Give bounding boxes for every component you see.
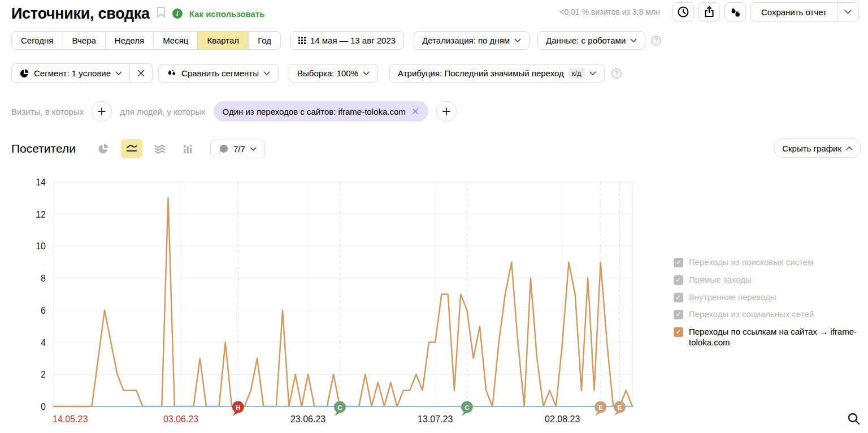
x-axis-label: 23.06.23 <box>290 414 326 424</box>
filter-bar: Визиты, в которых для людей, у которых О… <box>11 101 457 122</box>
segment-dropdown[interactable]: Сегмент: 1 условие <box>12 64 129 83</box>
x-axis-label: 13.07.23 <box>418 414 453 424</box>
attribution-dropdown[interactable]: Атрибуция: Последний значимый переход к/… <box>389 64 605 83</box>
segment-label: Сегмент: 1 условие <box>34 68 111 78</box>
line-chart-icon <box>125 142 138 155</box>
legend-item[interactable]: ✓Переходы по ссылкам на сайтах → iframe-… <box>674 327 866 348</box>
detalization-dropdown[interactable]: Детализация: по дням <box>414 31 530 50</box>
sampling-label: Выборка: 100% <box>297 68 358 78</box>
chart-type-areas-button[interactable] <box>149 139 171 158</box>
chart-type-line-button[interactable] <box>121 139 142 158</box>
calendar-grid-icon <box>298 37 306 44</box>
chart-type-bars-button[interactable] <box>177 139 199 158</box>
save-report-button: Сохранить отчет <box>750 2 859 21</box>
period-tab-3[interactable]: Неделя <box>105 31 154 50</box>
add-visit-condition-button[interactable] <box>92 101 112 122</box>
legend-item[interactable]: ✓Внутренние переходы <box>674 292 866 303</box>
save-report-menu[interactable] <box>837 3 858 21</box>
attribution-label: Атрибуция: Последний значимый переход <box>398 68 564 78</box>
compare-segments-dropdown[interactable]: Сравнить сегменты <box>158 64 279 83</box>
data-mode-label: Данные: с роботами <box>546 36 626 45</box>
sampling-dropdown[interactable]: Выборка: 100% <box>289 64 378 83</box>
legend-item[interactable]: ✓Прямые заходы <box>674 275 866 285</box>
chart-legend: ✓Переходы из поисковых систем✓Прямые зах… <box>674 257 866 348</box>
chevron-down-icon <box>630 38 637 42</box>
export-button[interactable] <box>698 2 720 21</box>
bar-chart-icon <box>182 142 194 155</box>
chevron-down-icon <box>844 10 852 14</box>
page-title: Источники, сводка <box>11 5 150 23</box>
x-axis-label: 02.08.23 <box>545 414 580 424</box>
checkbox-icon[interactable]: ✓ <box>674 327 683 337</box>
y-axis-label: 2 <box>41 370 46 379</box>
filter-chip[interactable]: Один из переходов с сайтов: iframe-tolok… <box>214 101 428 122</box>
detalization-label: Детализация: по дням <box>422 36 510 45</box>
goals-counter: 7/7 <box>233 144 245 154</box>
plot-border <box>54 182 632 406</box>
goals-dropdown[interactable]: 7/7 <box>210 140 265 158</box>
data-mode-dropdown[interactable]: Данные: с роботами <box>537 31 645 50</box>
pie-chart-icon <box>97 142 110 155</box>
date-range-label: 14 мая — 13 авг 2023 <box>310 36 396 45</box>
plus-icon <box>442 107 451 116</box>
chart-type-pie-button[interactable] <box>93 139 114 158</box>
bookmark-icon[interactable] <box>157 7 166 20</box>
chevron-down-icon <box>115 71 122 75</box>
save-report-label[interactable]: Сохранить отчет <box>751 3 837 21</box>
segment-pie-icon <box>19 68 29 79</box>
comments-icon <box>729 6 741 18</box>
y-axis-label: 0 <box>41 402 46 412</box>
compare-droplets-icon <box>167 68 177 79</box>
comments-button[interactable] <box>724 2 746 21</box>
header-actions: <0,01 % визитов из 3,8 млн Сохранить отч… <box>559 2 859 22</box>
hide-chart-button[interactable]: Скрыть график <box>774 138 861 158</box>
chevron-down-icon <box>263 71 270 75</box>
chevron-down-icon <box>363 71 370 75</box>
date-range-button[interactable]: 14 мая — 13 авг 2023 <box>290 31 404 50</box>
hide-chart-label: Скрыть график <box>782 144 841 153</box>
legend-item[interactable]: ✓Переходы из поисковых систем <box>674 257 866 268</box>
speech-bubble-icon <box>219 144 229 154</box>
y-axis-label: 14 <box>36 177 46 187</box>
legend-label: Переходы из поисковых систем <box>689 257 814 268</box>
help-icon[interactable]: ? <box>611 68 622 79</box>
annotation-letter: Е <box>598 404 602 411</box>
checkbox-icon[interactable]: ✓ <box>674 310 683 319</box>
legend-item[interactable]: ✓Переходы из социальных сетей <box>674 309 866 320</box>
checkbox-icon[interactable]: ✓ <box>674 258 683 267</box>
clock-icon <box>677 6 689 18</box>
period-tab-4[interactable]: Месяц <box>153 31 198 50</box>
legend-label: Внутренние переходы <box>689 292 776 303</box>
chevron-down-icon <box>589 71 596 75</box>
segment-clear-button[interactable] <box>130 64 152 83</box>
checkbox-icon[interactable]: ✓ <box>674 275 683 285</box>
y-axis-label: 4 <box>41 338 46 348</box>
period-tab-6[interactable]: Год <box>248 31 281 50</box>
annotation-letter: С <box>337 404 342 411</box>
history-button[interactable] <box>672 2 694 21</box>
magnifier-icon[interactable] <box>847 412 861 428</box>
checkbox-icon[interactable]: ✓ <box>674 293 683 302</box>
people-condition-label: для людей, у которых <box>120 107 205 116</box>
compare-segments-label: Сравнить сегменты <box>181 68 259 78</box>
attribution-badge: к/д <box>568 68 585 79</box>
plus-icon <box>97 107 106 116</box>
period-tab-2[interactable]: Вчера <box>63 31 106 50</box>
export-icon <box>703 6 715 18</box>
annotation-letter: Е <box>618 404 622 411</box>
filter-chip-label: Один из переходов с сайтов: iframe-tolok… <box>223 107 406 116</box>
help-icon[interactable]: ? <box>651 36 661 46</box>
remove-filter-icon[interactable]: ✕ <box>411 106 419 118</box>
chevron-up-icon <box>846 146 853 150</box>
add-people-condition-button[interactable] <box>436 101 457 122</box>
legend-label: Переходы из социальных сетей <box>689 309 814 320</box>
toolbar: СегодняВчераНеделяМесяцКварталГод 14 мая… <box>11 31 661 50</box>
visits-stat: <0,01 % визитов из 3,8 млн <box>559 7 660 16</box>
segment-bar: Сегмент: 1 условие Сравнить сегменты Выб… <box>11 63 622 83</box>
metric-title: Посетители <box>11 142 76 155</box>
y-axis-label: 6 <box>41 306 46 315</box>
period-tab-5[interactable]: Квартал <box>197 31 249 50</box>
period-tab-1[interactable]: Сегодня <box>11 31 63 50</box>
how-to-use-link[interactable]: Как использовать <box>189 9 265 19</box>
metrics-bar: Посетители 7/7 <box>11 138 265 159</box>
